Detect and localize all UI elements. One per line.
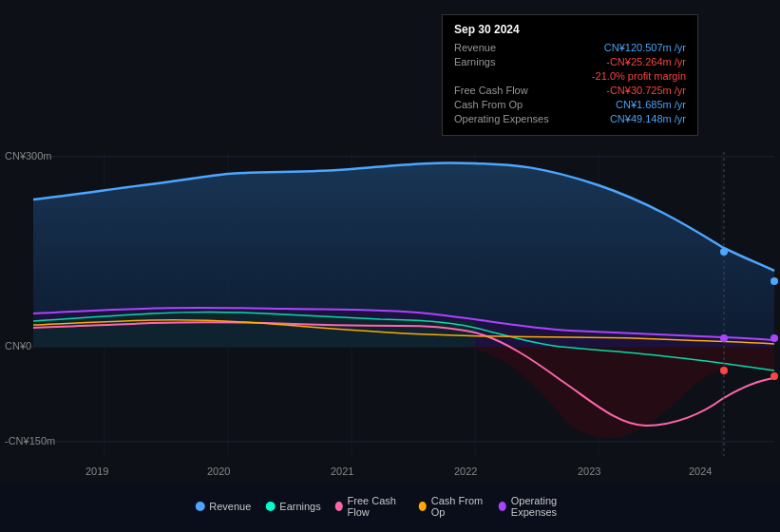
legend-item-cashfromop[interactable]: Cash From Op: [419, 495, 485, 518]
legend-label-revenue: Revenue: [209, 501, 251, 512]
legend-label-cashfromop: Cash From Op: [431, 495, 485, 518]
tooltip-value-cashfromop: CN¥1.685m /yr: [616, 99, 686, 110]
svg-point-12: [720, 334, 728, 342]
tooltip-row-earnings: Earnings -CN¥25.264m /yr: [454, 56, 686, 67]
tooltip-row-fcf: Free Cash Flow -CN¥30.725m /yr: [454, 85, 686, 96]
y-label-bottom: -CN¥150m: [5, 435, 55, 446]
x-label-2023: 2023: [578, 466, 600, 477]
svg-point-11: [720, 248, 728, 256]
tooltip-value-revenue: CN¥120.507m /yr: [604, 42, 686, 53]
tooltip-row-revenue: Revenue CN¥120.507m /yr: [454, 42, 686, 53]
tooltip-label-earnings: Earnings: [454, 56, 495, 67]
tooltip-value-earnings: -CN¥25.264m /yr: [606, 56, 686, 67]
right-dot-neg: [770, 372, 778, 380]
x-label-2019: 2019: [86, 466, 108, 477]
tooltip-row-opex: Operating Expenses CN¥49.148m /yr: [454, 113, 686, 124]
legend-label-fcf: Free Cash Flow: [348, 495, 406, 518]
tooltip-label-cashfromop: Cash From Op: [454, 99, 523, 110]
tooltip-label-fcf: Free Cash Flow: [454, 85, 528, 96]
legend-item-revenue[interactable]: Revenue: [195, 501, 251, 512]
tooltip-label-revenue: Revenue: [454, 42, 496, 53]
svg-point-13: [720, 367, 728, 374]
legend-item-opex[interactable]: Operating Expenses: [499, 495, 585, 518]
legend: Revenue Earnings Free Cash Flow Cash Fro…: [195, 495, 585, 518]
legend-label-earnings: Earnings: [279, 501, 320, 512]
x-label-2024: 2024: [689, 466, 712, 477]
legend-dot-cashfromop: [419, 502, 427, 511]
legend-dot-revenue: [195, 502, 204, 511]
tooltip-value-fcf: -CN¥30.725m /yr: [606, 85, 686, 96]
x-label-2021: 2021: [331, 466, 353, 477]
right-dot-revenue: [770, 277, 778, 285]
tooltip-value-profit-margin: -21.0% profit margin: [592, 70, 686, 82]
tooltip-row-cashfromop: Cash From Op CN¥1.685m /yr: [454, 99, 686, 110]
right-dot-opex: [770, 334, 778, 342]
legend-dot-earnings: [265, 502, 275, 511]
y-label-top: CN¥300m: [5, 150, 52, 162]
tooltip-value-opex: CN¥49.148m /yr: [610, 113, 686, 124]
tooltip-row-profit-margin: -21.0% profit margin: [454, 70, 686, 82]
legend-item-earnings[interactable]: Earnings: [265, 501, 320, 512]
legend-dot-opex: [499, 502, 506, 511]
tooltip-date: Sep 30 2024: [454, 23, 686, 36]
legend-dot-fcf: [335, 502, 343, 511]
tooltip-panel: Sep 30 2024 Revenue CN¥120.507m /yr Earn…: [442, 14, 698, 136]
chart-container: CN¥300m CN¥0 -CN¥150m 2019 2020 2021 202…: [0, 0, 780, 532]
x-label-2022: 2022: [454, 466, 477, 477]
x-label-2020: 2020: [207, 466, 230, 477]
legend-item-fcf[interactable]: Free Cash Flow: [335, 495, 405, 518]
y-label-mid: CN¥0: [5, 340, 31, 352]
legend-label-opex: Operating Expenses: [511, 495, 585, 518]
tooltip-label-opex: Operating Expenses: [454, 113, 549, 124]
